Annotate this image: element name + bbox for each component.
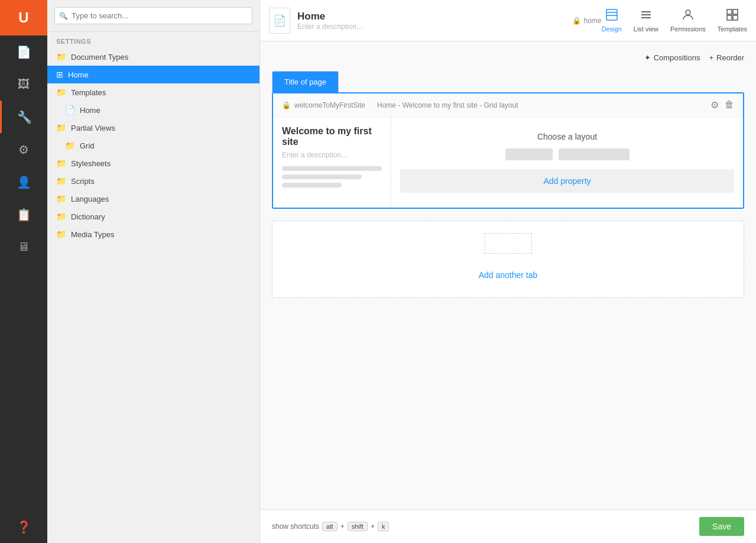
folder-icon: 📁	[56, 230, 66, 239]
nav-bottom: ❓	[0, 510, 47, 543]
card-breadcrumb: Home - Welcome to my first site - Grid l…	[377, 101, 518, 109]
nav-gear[interactable]: ⚙	[0, 133, 47, 166]
action-design[interactable]: Design	[602, 8, 622, 33]
compositions-button[interactable]: ✦ Compositions	[644, 53, 700, 62]
list-view-icon	[640, 8, 653, 24]
tab-bar: Title of page	[272, 71, 744, 92]
sidebar-item-label: Document Types	[71, 53, 128, 62]
page-title: Home	[297, 11, 564, 22]
sidebar-item-stylesheets[interactable]: 📁 Stylesheets	[47, 154, 259, 172]
compositions-label: Compositions	[654, 53, 700, 62]
layout-option-2[interactable]	[559, 148, 630, 160]
nav-rail: U 📄 🖼 🔧 ⚙ 👤 📋 🖥 ❓	[0, 0, 47, 543]
card-description[interactable]: Enter a description...	[282, 151, 382, 159]
card-header: 🔒 welcomeToMyFirstSite Home - Welcome to…	[273, 93, 743, 117]
settings-icon: 🔧	[17, 110, 32, 124]
sidebar-item-label: Grid	[80, 141, 95, 150]
reorder-icon: +	[709, 53, 713, 62]
sidebar-item-partial-views[interactable]: 📁 Partial Views	[47, 119, 259, 137]
sidebar-item-templates-home[interactable]: 📄 Home	[47, 101, 259, 119]
templates-icon	[726, 8, 739, 24]
sidebar-item-label: Media Types	[71, 230, 114, 239]
users-icon: 👤	[17, 175, 31, 189]
save-button[interactable]: Save	[699, 517, 744, 536]
lock-icon: 🔒	[572, 17, 581, 25]
permissions-label: Permissions	[670, 25, 706, 33]
home-grid-icon: ⊞	[56, 70, 63, 79]
lock-icon: 🔒	[282, 101, 291, 109]
sidebar-item-label: Partial Views	[71, 124, 115, 132]
reorder-label: Reorder	[716, 53, 744, 62]
svg-rect-8	[733, 9, 738, 14]
sidebar-item-templates[interactable]: 📁 Templates	[47, 83, 259, 101]
gear-icon: ⚙	[18, 143, 29, 157]
reorder-button[interactable]: + Reorder	[709, 53, 744, 62]
folder-icon: 📁	[56, 194, 66, 203]
nav-content[interactable]: 📄	[0, 35, 47, 68]
card-alias: welcomeToMyFirstSite	[294, 101, 365, 109]
main-area: 📄 Home Enter a description... 🔒 home Des…	[260, 0, 756, 543]
card-title: Welcome to my first site	[282, 126, 382, 147]
sidebar-item-media-types[interactable]: 📁 Media Types	[47, 225, 259, 243]
page-description[interactable]: Enter a description...	[297, 22, 564, 31]
document-icon: 📄	[273, 14, 286, 27]
nav-media[interactable]: 🖼	[0, 68, 47, 101]
search-input[interactable]	[54, 7, 252, 24]
sidebar-item-document-types[interactable]: 📁 Document Types	[47, 48, 259, 66]
card-body: Welcome to my first site Enter a descrip…	[273, 117, 743, 208]
add-property-button[interactable]: Add property	[400, 169, 734, 193]
settings-label: SETTINGS	[47, 32, 259, 48]
content-icon: 📄	[17, 45, 31, 59]
add-another-tab-button[interactable]: Add another tab	[284, 264, 732, 286]
nav-dict[interactable]: 📋	[0, 198, 47, 231]
sidebar-item-label: Languages	[71, 195, 109, 203]
plus-1: +	[340, 522, 345, 531]
nav-help[interactable]: ❓	[0, 510, 47, 543]
settings-gear-icon[interactable]: ⚙	[710, 99, 719, 111]
folder-icon: 📁	[65, 141, 75, 150]
layout-option-1[interactable]	[505, 148, 553, 160]
topbar-info: Home Enter a description...	[297, 11, 564, 31]
alias-text: home	[583, 17, 601, 25]
delete-icon[interactable]: 🗑	[725, 99, 734, 111]
compositions-icon: ✦	[644, 53, 651, 62]
svg-rect-0	[606, 9, 617, 20]
nav-packages[interactable]: 🖥	[0, 231, 47, 263]
packages-icon: 🖥	[18, 240, 30, 254]
content-toolbar: ✦ Compositions + Reorder	[272, 53, 744, 62]
sidebar-item-home[interactable]: ⊞ Home	[47, 66, 259, 83]
sidebar-search-area: 🔍	[47, 0, 259, 32]
card-right-panel: Choose a layout Add property	[391, 117, 743, 208]
key-k: k	[378, 522, 390, 531]
sidebar-item-scripts[interactable]: 📁 Scripts	[47, 172, 259, 190]
template-file-icon: 📄	[65, 105, 75, 115]
nav-users[interactable]: 👤	[0, 166, 47, 198]
sidebar-item-dictionary[interactable]: 📁 Dictionary	[47, 208, 259, 225]
new-tab-placeholder	[485, 233, 532, 254]
skeleton-line-1	[282, 166, 382, 171]
sidebar-item-label: Templates	[71, 88, 106, 97]
action-templates[interactable]: Templates	[718, 8, 747, 33]
nav-settings[interactable]: 🔧	[0, 101, 47, 133]
action-list-view[interactable]: List view	[634, 8, 658, 33]
skeleton-line-3	[282, 183, 342, 188]
layout-options	[505, 148, 630, 160]
tab-title-of-page[interactable]: Title of page	[272, 71, 339, 92]
choose-layout-title: Choose a layout	[537, 132, 597, 141]
action-permissions[interactable]: Permissions	[670, 8, 706, 33]
folder-icon: 📁	[56, 88, 66, 97]
key-shift: shift	[348, 522, 368, 531]
key-alt: alt	[322, 522, 338, 531]
bottombar: show shortcuts alt + shift + k Save	[260, 509, 756, 543]
sidebar-item-label: Home	[80, 106, 100, 115]
sidebar-item-label: Home	[68, 70, 89, 79]
folder-icon: 📁	[56, 52, 66, 62]
logo-button[interactable]: U	[0, 0, 47, 35]
sidebar: 🔍 SETTINGS 📁 Document Types ⊞ Home 📁 Tem…	[47, 0, 260, 543]
svg-rect-10	[733, 15, 738, 20]
sidebar-item-grid[interactable]: 📁 Grid	[47, 137, 259, 154]
add-tab-area: Add another tab	[272, 221, 744, 298]
sidebar-item-languages[interactable]: 📁 Languages	[47, 190, 259, 208]
tab-label: Title of page	[284, 77, 326, 86]
card-left-panel: Welcome to my first site Enter a descrip…	[273, 117, 391, 208]
